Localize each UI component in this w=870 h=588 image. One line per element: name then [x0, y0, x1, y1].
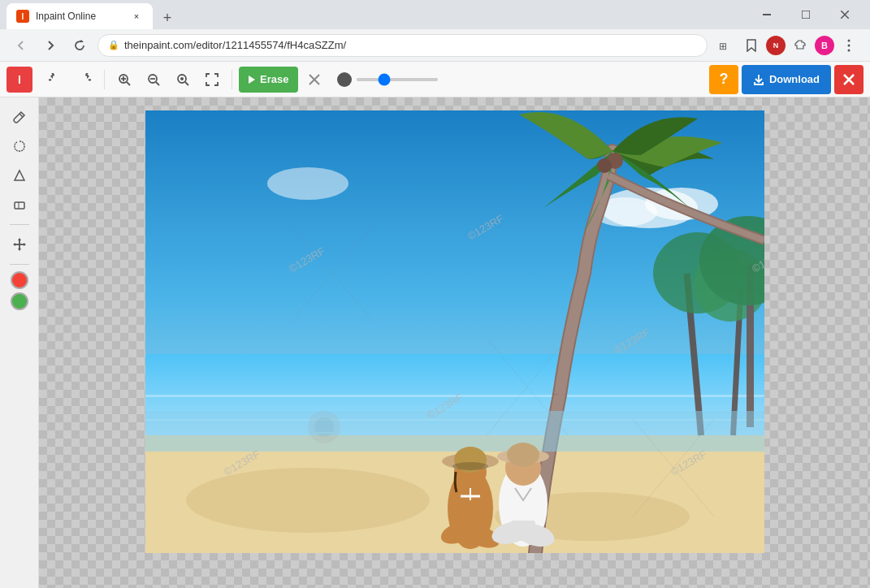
download-label: Download: [769, 73, 820, 85]
cancel-button[interactable]: [301, 67, 327, 93]
svg-point-65: [452, 462, 488, 470]
svg-point-40: [267, 167, 348, 200]
canvas-area[interactable]: ©123RF ©123RF ©123RF ©123RF ©123RF ©123R…: [39, 97, 870, 588]
lasso-tool-button[interactable]: [6, 133, 32, 159]
url-text: theinpaint.com/editor/1211455574/fH4caSZ…: [124, 39, 697, 51]
eraser-tool-button[interactable]: [6, 192, 32, 218]
svg-rect-56: [145, 411, 764, 452]
erase-label: Erase: [260, 73, 288, 85]
svg-marker-33: [18, 249, 21, 251]
svg-marker-9: [50, 74, 53, 79]
separator-2: [232, 70, 232, 89]
canvas-image[interactable]: ©123RF ©123RF ©123RF ©123RF ©123RF ©123R…: [145, 110, 764, 553]
tab-bar: I Inpaint Online × +: [6, 0, 742, 29]
app-toolbar: I Erase: [0, 62, 870, 97]
profile-avatar[interactable]: B: [815, 36, 834, 55]
brush-tool-button[interactable]: [6, 104, 32, 130]
svg-marker-32: [18, 238, 21, 240]
svg-line-26: [19, 114, 23, 117]
svg-line-20: [185, 82, 188, 85]
svg-text:⊞: ⊞: [719, 41, 727, 52]
svg-marker-35: [24, 243, 26, 246]
menu-button[interactable]: [838, 34, 860, 57]
tab-favicon: I: [16, 10, 29, 23]
maximize-button[interactable]: [787, 3, 825, 26]
main-content: ©123RF ©123RF ©123RF ©123RF ©123RF ©123R…: [0, 97, 870, 588]
address-bar: 🔒 theinpaint.com/editor/1211455574/fH4ca…: [0, 29, 870, 62]
redo-button[interactable]: [71, 67, 97, 93]
side-separator: [10, 224, 29, 225]
svg-point-19: [180, 77, 184, 80]
move-tool-button[interactable]: [6, 231, 32, 257]
svg-point-6: [848, 39, 851, 41]
close-window-button[interactable]: [826, 3, 864, 26]
bookmark-icon[interactable]: [740, 34, 763, 57]
brush-size-control: [337, 72, 438, 87]
extension-icon[interactable]: N: [766, 36, 786, 55]
svg-point-72: [507, 443, 539, 467]
ssl-icon: 🔒: [108, 40, 119, 50]
extensions-button[interactable]: [789, 34, 812, 57]
svg-point-87: [314, 417, 334, 437]
close-app-button[interactable]: [834, 65, 864, 94]
polygon-tool-button[interactable]: [6, 162, 32, 188]
title-bar: I Inpaint Online × +: [0, 0, 870, 29]
active-tab[interactable]: I Inpaint Online ×: [6, 3, 153, 29]
brush-size-slider[interactable]: [357, 78, 438, 81]
brush-size-indicator: [337, 72, 352, 87]
svg-rect-1: [802, 11, 810, 19]
separator-1: [104, 70, 105, 89]
browser-toolbar-right: ⊞ N B: [714, 34, 860, 57]
svg-marker-10: [87, 74, 89, 79]
url-bar[interactable]: 🔒 theinpaint.com/editor/1211455574/fH4ca…: [97, 34, 708, 57]
zoom-in-button[interactable]: [111, 67, 137, 93]
refresh-button[interactable]: [68, 34, 91, 57]
foreground-color-button[interactable]: [11, 271, 28, 289]
back-button[interactable]: [10, 34, 32, 57]
app-logo: I: [6, 67, 32, 93]
svg-point-55: [597, 158, 612, 173]
download-button[interactable]: Download: [742, 65, 831, 94]
erase-button[interactable]: Erase: [239, 67, 298, 93]
svg-rect-0: [763, 14, 771, 15]
side-toolbar: [0, 97, 39, 588]
forward-button[interactable]: [39, 34, 62, 57]
erase-play-icon: [249, 76, 255, 84]
window-controls: [748, 3, 864, 26]
new-tab-button[interactable]: +: [156, 6, 179, 29]
svg-point-7: [848, 44, 851, 46]
zoom-reset-button[interactable]: [170, 67, 196, 93]
tab-close-btn[interactable]: ×: [130, 10, 143, 23]
help-label: ?: [719, 71, 728, 88]
svg-rect-28: [15, 202, 24, 209]
browser-window: I Inpaint Online × +: [0, 0, 870, 588]
side-separator-2: [10, 264, 29, 265]
tab-title: Inpaint Online: [36, 11, 123, 22]
svg-line-17: [156, 82, 159, 85]
undo-button[interactable]: [42, 67, 68, 93]
background-color-button[interactable]: [11, 292, 28, 310]
favicon-text: I: [22, 12, 24, 21]
image-container: ©123RF ©123RF ©123RF ©123RF ©123RF ©123R…: [145, 110, 764, 553]
svg-marker-27: [15, 171, 24, 180]
svg-rect-69: [511, 521, 535, 541]
svg-point-8: [848, 49, 851, 51]
zoom-out-button[interactable]: [141, 67, 167, 93]
svg-line-14: [127, 82, 130, 85]
minimize-button[interactable]: [748, 3, 786, 26]
help-button[interactable]: ?: [709, 65, 738, 94]
svg-point-46: [186, 468, 430, 533]
svg-marker-34: [13, 243, 15, 246]
zoom-fit-button[interactable]: [199, 67, 225, 93]
translate-icon[interactable]: ⊞: [714, 34, 737, 57]
